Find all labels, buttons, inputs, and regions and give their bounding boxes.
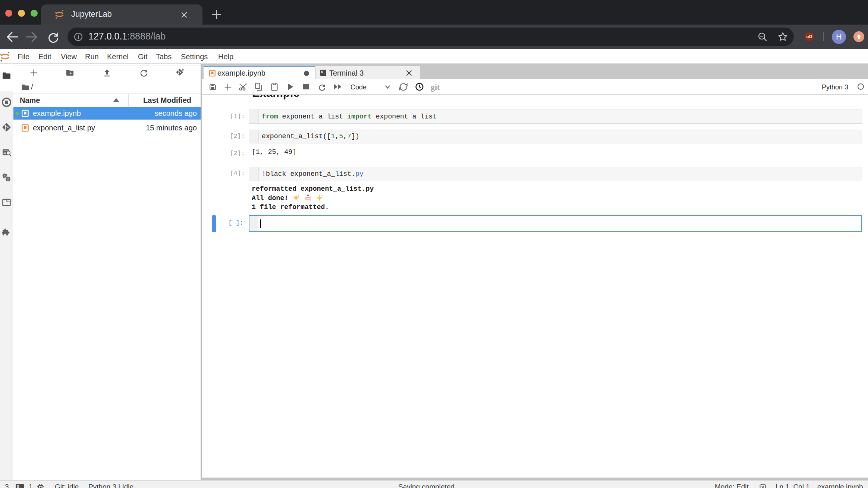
svg-text:uO: uO <box>806 34 812 39</box>
